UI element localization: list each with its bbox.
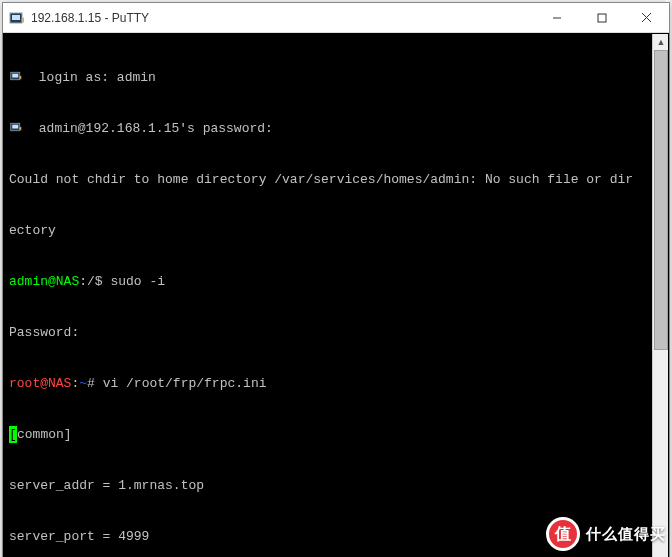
password-label: Password:	[9, 324, 663, 341]
admin-prompt-path: :/$	[79, 274, 110, 289]
svg-rect-7	[12, 73, 18, 77]
admin-prompt-user: admin@NAS	[9, 274, 79, 289]
putty-window: 192.168.1.15 - PuTTY login as: admin adm…	[2, 2, 670, 557]
root-hash: #	[87, 376, 103, 391]
login-user: admin	[117, 70, 156, 85]
root-path: ~	[79, 376, 87, 391]
scroll-up-icon[interactable]: ▲	[653, 34, 669, 50]
server-addr: server_addr = 1.mrnas.top	[9, 477, 663, 494]
window-controls	[534, 3, 669, 32]
sudo-command: sudo -i	[110, 274, 165, 289]
close-button[interactable]	[624, 3, 669, 32]
section-common: common]	[17, 427, 72, 442]
svg-rect-3	[598, 14, 606, 22]
maximize-button[interactable]	[579, 3, 624, 32]
watermark: 值 什么值得买	[546, 517, 666, 551]
scroll-thumb[interactable]	[654, 50, 668, 350]
watermark-text: 什么值得买	[586, 525, 666, 544]
login-prompt: login as:	[39, 70, 117, 85]
error-line-1: Could not chdir to home directory /var/s…	[9, 171, 663, 188]
svg-rect-1	[12, 15, 20, 20]
cursor: [	[9, 426, 17, 443]
scrollbar[interactable]: ▲ ▼	[652, 34, 668, 557]
window-title: 192.168.1.15 - PuTTY	[31, 11, 534, 25]
svg-rect-9	[12, 124, 18, 128]
password-prompt: admin@192.168.1.15's password:	[39, 121, 273, 136]
putty-icon	[9, 10, 25, 26]
terminal[interactable]: login as: admin admin@192.168.1.15's pas…	[3, 33, 669, 557]
root-prompt-user: root@NAS	[9, 376, 71, 391]
watermark-badge: 值	[546, 517, 580, 551]
error-line-2: ectory	[9, 222, 663, 239]
titlebar[interactable]: 192.168.1.15 - PuTTY	[3, 3, 669, 33]
minimize-button[interactable]	[534, 3, 579, 32]
vi-command: vi /root/frp/frpc.ini	[103, 376, 267, 391]
